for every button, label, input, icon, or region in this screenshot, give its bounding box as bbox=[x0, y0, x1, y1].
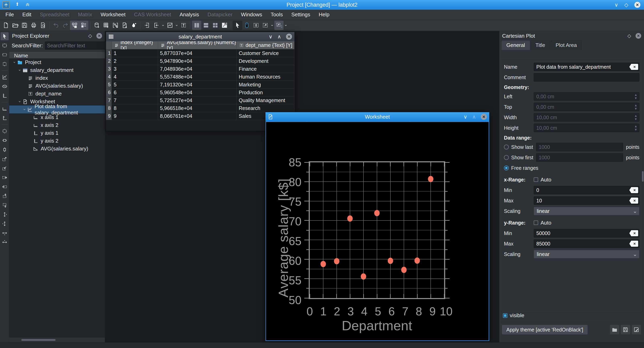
show-first-radio[interactable] bbox=[504, 155, 509, 160]
close-icon[interactable]: × bbox=[481, 114, 487, 120]
worksheet-titlebar[interactable]: Worksheet ∨ ∧ × bbox=[266, 112, 489, 121]
cell[interactable]: Production bbox=[237, 89, 294, 97]
cell[interactable]: 5,877037e+04 bbox=[158, 49, 237, 57]
cell[interactable]: Quality Management bbox=[237, 97, 294, 104]
tree-item-dept-name[interactable]: dept_name bbox=[9, 90, 105, 98]
expand-chevron-icon[interactable] bbox=[12, 61, 17, 64]
minimize-button[interactable]: ∨ bbox=[614, 2, 618, 8]
float-dock-icon[interactable]: ◇ bbox=[88, 33, 92, 39]
y-scaling-dropdown[interactable]: linear⌄ bbox=[534, 250, 639, 258]
tree-item-avg-salaries-salary-[interactable]: AVG(salaries.salary) bbox=[9, 82, 105, 90]
close-icon[interactable]: × bbox=[286, 34, 292, 40]
search-filter-input[interactable] bbox=[45, 42, 114, 50]
magnification-button[interactable]: 1 bbox=[274, 21, 284, 30]
shift-up-y-button[interactable] bbox=[0, 192, 9, 200]
select-mode-button[interactable] bbox=[233, 21, 242, 30]
shift-right-x-button[interactable] bbox=[0, 173, 9, 181]
show-last-radio[interactable] bbox=[504, 145, 509, 149]
worksheet-canvas[interactable]: 5055606570758085012345678910 Average sal… bbox=[266, 121, 489, 341]
cell[interactable]: 5,557488e+04 bbox=[158, 73, 237, 81]
cell[interactable]: 1 bbox=[112, 49, 158, 57]
tree-item-x-axis-1[interactable]: x axis 1 bbox=[9, 113, 105, 121]
move-3-button[interactable] bbox=[0, 229, 9, 237]
spreadsheet-titlebar[interactable]: salary_department ∨ ∧ × bbox=[106, 32, 294, 41]
zoom-select-mode-button[interactable] bbox=[251, 21, 260, 30]
tree-item-avg-salaries-salary-[interactable]: AVG(salaries.salary) bbox=[9, 145, 105, 153]
navigate-mode-button[interactable] bbox=[242, 21, 251, 30]
y-min-field[interactable] bbox=[534, 229, 639, 237]
select-tool-button[interactable] bbox=[0, 32, 9, 40]
row-header[interactable]: 2 bbox=[106, 57, 112, 65]
menu-analysis[interactable]: Analysis bbox=[175, 12, 203, 18]
cell[interactable]: 5,966518e+04 bbox=[158, 104, 237, 112]
row-header[interactable]: 4 bbox=[106, 73, 112, 81]
cell[interactable]: Human Resources bbox=[237, 73, 294, 81]
shift-down-y-button[interactable] bbox=[0, 201, 9, 209]
zoom-select-y-button[interactable] bbox=[0, 60, 9, 68]
menu-windows[interactable]: Windows bbox=[237, 12, 266, 18]
save-project-button[interactable] bbox=[20, 21, 29, 30]
scale-auto-x-button[interactable] bbox=[0, 136, 9, 144]
y-auto-checkbox[interactable] bbox=[534, 220, 538, 225]
visible-checkbox[interactable] bbox=[503, 313, 507, 318]
comment-field[interactable] bbox=[534, 73, 639, 82]
row-header[interactable]: 5 bbox=[106, 81, 112, 89]
print-button[interactable] bbox=[29, 21, 38, 30]
move-4-button[interactable] bbox=[0, 238, 9, 246]
menu-edit[interactable]: Edit bbox=[18, 12, 36, 18]
minimize-icon[interactable]: ∨ bbox=[464, 114, 467, 119]
new-cartesian-plot-button[interactable] bbox=[165, 21, 174, 30]
dropdown-chevron-icon[interactable] bbox=[174, 24, 179, 27]
cell[interactable]: 7,191320e+04 bbox=[158, 81, 237, 89]
row-header[interactable]: 8 bbox=[106, 104, 112, 112]
move-2-button[interactable] bbox=[0, 220, 9, 228]
move-1-button[interactable] bbox=[0, 210, 9, 218]
zoom-select-x-button[interactable] bbox=[0, 51, 9, 59]
add-text-label-button[interactable] bbox=[179, 21, 188, 30]
import-from-file-button[interactable] bbox=[142, 21, 152, 30]
cell[interactable]: 7 bbox=[112, 97, 158, 104]
horizontal-scrollbar[interactable] bbox=[9, 339, 105, 341]
shift-left-x-button[interactable] bbox=[0, 183, 9, 191]
cell[interactable]: 6 bbox=[112, 89, 158, 97]
cell[interactable]: Finance bbox=[237, 65, 294, 73]
apply-theme-button[interactable]: Apply theme [active 'RedOnBlack'] bbox=[502, 325, 588, 334]
close-dock-icon[interactable]: × bbox=[96, 33, 102, 39]
menu-settings[interactable]: Settings bbox=[287, 12, 314, 18]
cell[interactable]: 5 bbox=[112, 81, 158, 89]
row-header[interactable]: 7 bbox=[106, 97, 112, 104]
corner-header-cell[interactable] bbox=[106, 41, 112, 49]
menu-tools[interactable]: Tools bbox=[266, 12, 287, 18]
expand-chevron-icon[interactable] bbox=[22, 108, 27, 111]
x-max-field[interactable] bbox=[534, 196, 639, 205]
new-note-button[interactable] bbox=[129, 21, 138, 30]
cell[interactable]: Development bbox=[237, 57, 294, 65]
save-theme-as-icon[interactable] bbox=[632, 325, 641, 334]
tab-title[interactable]: Title bbox=[530, 40, 550, 50]
minimize-icon[interactable]: ∨ bbox=[269, 34, 272, 39]
cell[interactable]: 8 bbox=[112, 104, 158, 112]
x-auto-checkbox[interactable] bbox=[534, 177, 538, 182]
zoom-out-button[interactable] bbox=[0, 164, 9, 172]
open-project-button[interactable] bbox=[10, 21, 20, 30]
import-from-sql-button[interactable] bbox=[152, 21, 161, 30]
break-layout-button[interactable] bbox=[220, 21, 229, 30]
save-theme-icon[interactable] bbox=[621, 325, 630, 334]
cell[interactable]: 5,960548e+04 bbox=[158, 89, 237, 97]
menu-worksheet[interactable]: Worksheet bbox=[96, 12, 130, 18]
cell[interactable]: 5,947890e+04 bbox=[158, 57, 237, 65]
zoom-select-region-button[interactable] bbox=[0, 42, 9, 50]
cell[interactable]: 2 bbox=[112, 57, 158, 65]
cartesian-plot[interactable] bbox=[309, 161, 445, 299]
scale-auto-y-button[interactable] bbox=[0, 146, 9, 154]
x-scaling-dropdown[interactable]: linear⌄ bbox=[534, 207, 639, 215]
cell[interactable]: Marketing bbox=[237, 81, 294, 89]
close-dock-icon[interactable]: × bbox=[636, 33, 641, 39]
tab-plot-area[interactable]: Plot Area bbox=[550, 40, 582, 50]
add-axis-button[interactable] bbox=[0, 92, 9, 100]
column-header-AVG(salaries.salary)[interactable]: AVG(salaries.salary) {Numeric} [Y] bbox=[158, 41, 237, 49]
zoom-in-button[interactable] bbox=[0, 155, 9, 163]
vertical-scrollbar[interactable] bbox=[642, 31, 644, 342]
free-ranges-radio[interactable] bbox=[504, 166, 509, 170]
new-worksheet-button[interactable] bbox=[120, 21, 129, 30]
